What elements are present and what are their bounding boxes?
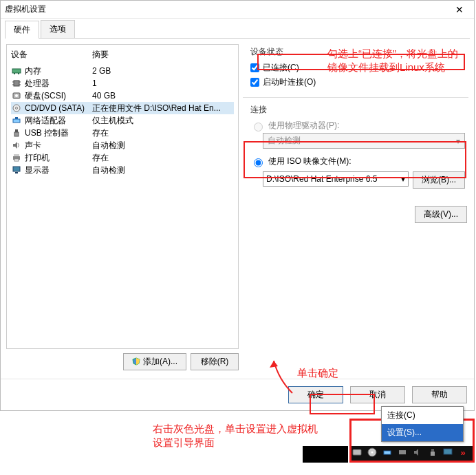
dialog-body: 设备 摘要 内存 2 GB 处理器 1 硬盘(SCSI) 40 GB CD/DV… xyxy=(1,39,474,376)
svg-rect-29 xyxy=(431,449,434,452)
use-physical-radio[interactable] xyxy=(254,123,263,131)
device-summary: 存在 xyxy=(92,152,234,164)
tab-bar: 硬件 选项 xyxy=(5,20,470,39)
device-summary: 40 GB xyxy=(92,91,234,101)
tray-disk-icon[interactable] xyxy=(351,446,363,458)
advanced-button[interactable]: 高级(V)... xyxy=(415,206,467,223)
svg-rect-30 xyxy=(431,452,435,456)
tray-net-icon[interactable] xyxy=(381,446,393,458)
arrow-icon xyxy=(261,355,296,397)
connect-on-start-checkbox[interactable] xyxy=(250,78,259,87)
ok-button[interactable]: 确定 xyxy=(288,386,343,403)
device-list-header: 设备 摘要 xyxy=(11,48,234,65)
tray-chevron-icon[interactable]: » xyxy=(457,446,469,458)
tray-sound-icon[interactable] xyxy=(411,446,424,458)
cpu-icon xyxy=(11,78,22,89)
svg-rect-23 xyxy=(353,450,361,455)
iso-path-value: D:\ISO\Red Hat Enterprise 6.5 xyxy=(266,174,377,184)
tab-options[interactable]: 选项 xyxy=(41,20,75,38)
connected-checkbox[interactable] xyxy=(250,63,259,72)
device-row-disk[interactable]: 硬盘(SCSI) 40 GB xyxy=(11,89,234,102)
device-row-usb[interactable]: USB 控制器 存在 xyxy=(11,127,234,139)
svg-point-11 xyxy=(16,107,18,109)
use-iso-radio[interactable] xyxy=(254,158,263,167)
iso-path-select[interactable]: D:\ISO\Red Hat Enterprise 6.5 ▾ xyxy=(263,171,409,187)
memory-icon xyxy=(11,65,22,76)
device-row-sound[interactable]: 声卡 自动检测 xyxy=(11,139,234,151)
svg-rect-12 xyxy=(13,119,20,123)
connection-group: 连接 使用物理驱动器(P): 自动检测 ▾ 使用 ISO 映像文件(M): xyxy=(243,102,468,193)
device-name: 声卡 xyxy=(25,140,41,151)
device-row-display[interactable]: 显示器 自动检测 xyxy=(11,164,234,176)
device-name: USB 控制器 xyxy=(25,127,69,139)
browse-button[interactable]: 浏览(B)... xyxy=(413,171,465,189)
device-summary: 自动检测 xyxy=(92,165,234,176)
device-name: 内存 xyxy=(25,65,41,77)
usb-icon xyxy=(11,127,22,138)
shield-icon xyxy=(132,357,140,366)
display-icon xyxy=(11,165,22,176)
col-summary: 摘要 xyxy=(92,49,109,61)
cancel-button[interactable]: 取消 xyxy=(350,386,405,403)
device-summary: 自动检测 xyxy=(92,140,234,151)
device-name: 硬盘(SCSI) xyxy=(25,90,66,102)
device-row-cpu[interactable]: 处理器 1 xyxy=(11,77,234,89)
svg-rect-14 xyxy=(15,129,18,132)
cd-icon xyxy=(11,103,22,114)
tray-printer-icon[interactable] xyxy=(396,446,409,458)
net-icon xyxy=(11,115,22,126)
annotation-text-ok: 单击确定 xyxy=(297,366,338,380)
device-list[interactable]: 设备 摘要 内存 2 GB 处理器 1 硬盘(SCSI) 40 GB CD/DV… xyxy=(6,44,239,349)
device-row-printer[interactable]: 打印机 存在 xyxy=(11,151,234,164)
svg-point-9 xyxy=(15,94,18,97)
tray-context-menu: 连接(C) 设置(S)... xyxy=(381,406,464,442)
svg-marker-16 xyxy=(13,142,17,149)
svg-marker-22 xyxy=(270,361,278,368)
left-pane: 设备 摘要 内存 2 GB 处理器 1 硬盘(SCSI) 40 GB CD/DV… xyxy=(6,44,239,370)
context-menu-settings[interactable]: 设置(S)... xyxy=(382,424,463,441)
col-device: 设备 xyxy=(11,49,92,61)
right-pane: 设备状态 已连接(C) 启动时连接(O) 连接 使用物理驱动器(P): xyxy=(243,44,468,370)
disk-icon xyxy=(11,90,22,101)
tray-cd-icon[interactable] xyxy=(366,446,378,458)
taskbar-dark-strip xyxy=(303,446,348,463)
device-summary: 正在使用文件 D:\ISO\Red Hat En... xyxy=(92,103,234,114)
add-button[interactable]: 添加(A)... xyxy=(123,353,186,370)
titlebar: 虚拟机设置 ✕ xyxy=(1,1,474,19)
svg-rect-1 xyxy=(14,73,15,74)
tray-display-icon[interactable] xyxy=(442,446,454,458)
close-button[interactable]: ✕ xyxy=(449,4,470,15)
device-summary: 2 GB xyxy=(92,66,234,76)
remove-button[interactable]: 移除(R) xyxy=(191,353,239,370)
device-row-network[interactable]: 网络适配器 仅主机模式 xyxy=(11,114,234,127)
svg-rect-27 xyxy=(399,450,406,454)
device-summary: 存在 xyxy=(92,127,234,139)
conn-group-label: 连接 xyxy=(250,104,465,116)
use-iso-label: 使用 ISO 映像文件(M): xyxy=(268,156,351,167)
svg-rect-31 xyxy=(444,449,452,454)
device-row-cddvd[interactable]: CD/DVD (SATA) 正在使用文件 D:\ISO\Red Hat En..… xyxy=(11,102,234,114)
physical-drive-select[interactable]: 自动检测 ▾ xyxy=(263,133,465,149)
svg-rect-26 xyxy=(384,451,391,454)
left-buttons: 添加(A)... 移除(R) xyxy=(6,349,239,370)
device-name: 处理器 xyxy=(25,78,50,89)
chevron-down-icon: ▾ xyxy=(401,174,405,184)
svg-rect-13 xyxy=(15,117,18,119)
chevron-down-icon: ▾ xyxy=(456,136,460,146)
device-name: 显示器 xyxy=(25,165,50,176)
help-button[interactable]: 帮助 xyxy=(412,386,467,403)
tray-usb-icon[interactable] xyxy=(426,446,439,458)
svg-marker-28 xyxy=(414,449,418,456)
svg-point-25 xyxy=(371,452,374,454)
physical-drive-value: 自动检测 xyxy=(268,135,301,147)
svg-rect-0 xyxy=(12,69,21,73)
connect-on-start-label: 启动时连接(O) xyxy=(263,76,316,88)
tray-icons: » xyxy=(351,446,469,458)
tab-hardware[interactable]: 硬件 xyxy=(5,21,39,39)
device-row-memory[interactable]: 内存 2 GB xyxy=(11,65,234,77)
svg-rect-3 xyxy=(14,81,19,86)
svg-rect-19 xyxy=(14,159,19,161)
device-summary: 仅主机模式 xyxy=(92,115,234,127)
context-menu-connect[interactable]: 连接(C) xyxy=(382,407,463,424)
connected-label: 已连接(C) xyxy=(263,62,299,74)
